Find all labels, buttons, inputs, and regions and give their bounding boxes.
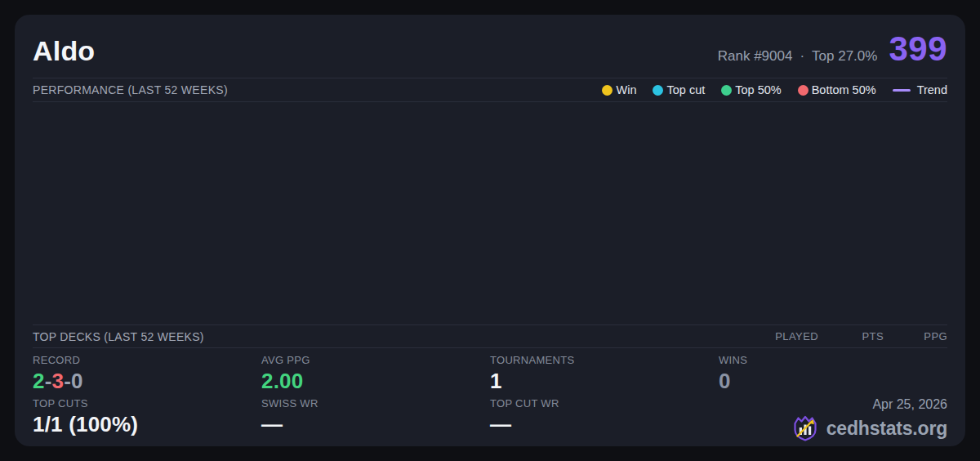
record-wins: 2	[33, 369, 45, 393]
swiss-wr-value: —	[261, 412, 490, 437]
top-decks-title: TOP DECKS (LAST 52 WEEKS)	[33, 330, 204, 343]
brand-link[interactable]: cedhstats.org	[791, 414, 947, 443]
performance-chart	[33, 102, 947, 324]
stat-label: TOP CUT WR	[490, 397, 719, 410]
legend-label: Top cut	[666, 83, 705, 96]
stat-label: TOURNAMENTS	[490, 354, 719, 366]
player-stats-card: Aldo Rank #9004 · Top 27.0% 399 PERFORMA…	[15, 15, 965, 446]
record-value: 2-3-0	[33, 369, 261, 394]
stat-swiss-wr: SWISS WR —	[261, 397, 490, 438]
stat-label: TOP CUTS	[33, 397, 261, 410]
card-date: Apr 25, 2026	[872, 397, 947, 412]
player-name: Aldo	[33, 35, 95, 67]
trend-line-icon	[893, 89, 911, 92]
footer-branding: Apr 25, 2026 cedhstats.org	[719, 397, 947, 438]
legend-item-trend: Trend	[893, 83, 947, 96]
rank-separator: ·	[800, 48, 804, 65]
wins-value: 0	[719, 369, 947, 394]
column-header-ppg: PPG	[884, 330, 947, 342]
stat-top-cut-wr: TOP CUT WR —	[490, 397, 719, 438]
top-50-dot-icon	[721, 85, 732, 96]
stat-top-cuts: TOP CUTS 1/1 (100%)	[33, 397, 261, 438]
column-header-played: PLAYED	[733, 330, 818, 342]
legend-item-top-50: Top 50%	[721, 83, 781, 96]
top-decks-columns: PLAYED PTS PPG	[733, 330, 947, 342]
record-separator: -	[45, 369, 52, 393]
win-dot-icon	[602, 85, 612, 96]
legend-item-top-cut: Top cut	[653, 83, 705, 96]
chart-legend: Win Top cut Top 50% Bottom 50% Trend	[602, 83, 947, 96]
performance-title: PERFORMANCE (LAST 52 WEEKS)	[33, 83, 228, 96]
rank-line: Rank #9004 · Top 27.0%	[718, 48, 878, 65]
header-right: Rank #9004 · Top 27.0% 399	[718, 29, 947, 69]
player-score: 399	[889, 29, 947, 69]
legend-item-win: Win	[602, 83, 636, 96]
top-cut-wr-value: —	[490, 412, 719, 437]
stage: Aldo Rank #9004 · Top 27.0% 399 PERFORMA…	[0, 0, 980, 461]
stat-label: AVG PPG	[261, 354, 490, 366]
divider	[33, 347, 947, 348]
stat-label: RECORD	[33, 354, 261, 366]
brand-name: cedhstats.org	[826, 418, 947, 440]
legend-label: Win	[616, 83, 636, 96]
legend-label: Top 50%	[735, 83, 781, 96]
column-header-pts: PTS	[818, 330, 884, 342]
rank-label: Rank #9004	[718, 48, 793, 65]
record-draws: 0	[71, 369, 83, 393]
legend-item-bottom-50: Bottom 50%	[798, 83, 876, 96]
stat-wins: WINS 0	[719, 354, 947, 395]
stat-record: RECORD 2-3-0	[33, 354, 261, 395]
top-decks-header: TOP DECKS (LAST 52 WEEKS) PLAYED PTS PPG	[33, 325, 947, 347]
performance-header: PERFORMANCE (LAST 52 WEEKS) Win Top cut …	[33, 78, 947, 101]
legend-label: Bottom 50%	[812, 83, 876, 96]
stat-avg-ppg: AVG PPG 2.00	[261, 354, 490, 395]
stat-label: WINS	[719, 354, 947, 366]
avg-ppg-value: 2.00	[261, 369, 490, 394]
card-header: Aldo Rank #9004 · Top 27.0% 399	[33, 29, 947, 70]
stat-label: SWISS WR	[261, 397, 490, 410]
record-losses: 3	[52, 369, 65, 393]
top-cut-dot-icon	[653, 85, 663, 96]
stats-grid: RECORD 2-3-0 AVG PPG 2.00 TOURNAMENTS 1 …	[33, 354, 947, 438]
bottom-50-dot-icon	[798, 85, 808, 96]
cedhstats-logo-icon	[791, 414, 820, 443]
legend-label: Trend	[917, 83, 947, 96]
top-percent-label: Top 27.0%	[812, 48, 877, 65]
stat-tournaments: TOURNAMENTS 1	[490, 354, 719, 395]
tournaments-value: 1	[490, 369, 719, 394]
top-cuts-value: 1/1 (100%)	[33, 412, 261, 437]
record-separator: -	[64, 369, 71, 393]
